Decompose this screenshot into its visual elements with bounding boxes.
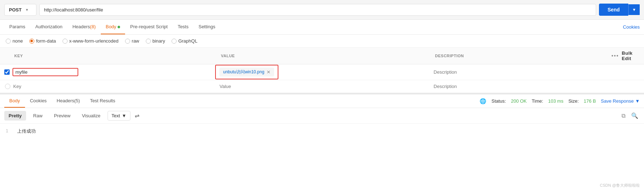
three-dots-icon[interactable]: •••	[611, 53, 619, 59]
time-value: 103 ms	[548, 98, 564, 104]
form-table: KEY VALUE DESCRIPTION ••• Bulk Edit	[0, 48, 644, 93]
search-icon[interactable]: 🔍	[630, 111, 640, 121]
save-response-chevron-icon: ▼	[635, 98, 640, 104]
row-actions	[606, 64, 644, 80]
radio-binary-label: binary	[153, 38, 165, 44]
response-tabs-row: Body Cookies Headers(5) Test Results 🌐 S…	[0, 94, 644, 108]
radio-circle-raw	[125, 39, 130, 44]
file-name-text: unbutu访问win10.png	[223, 69, 264, 75]
format-tab-visualize[interactable]: Visualize	[78, 111, 105, 121]
radio-graphql[interactable]: GraphQL	[172, 38, 197, 44]
send-button[interactable]: Send	[599, 4, 628, 16]
text-format-label: Text	[112, 113, 120, 118]
radio-circle-none	[6, 39, 11, 44]
empty-key-input[interactable]	[13, 84, 211, 89]
empty-row-actions	[606, 80, 644, 93]
line-number-1: 1	[6, 128, 11, 141]
description-input[interactable]	[429, 66, 606, 78]
format-tab-preview[interactable]: Preview	[50, 111, 75, 121]
tab-body[interactable]: Body	[101, 20, 125, 34]
response-tab-test-results[interactable]: Test Results	[85, 94, 120, 108]
radio-circle-urlencoded	[63, 39, 68, 44]
key-cell	[0, 64, 215, 80]
tab-settings[interactable]: Settings	[193, 20, 220, 34]
text-format-dropdown[interactable]: Text ▼	[108, 111, 130, 121]
tab-pre-request[interactable]: Pre-request Script	[125, 20, 173, 34]
empty-description-cell	[429, 80, 606, 93]
status-value: 200 OK	[511, 98, 527, 104]
key-highlighted-box	[13, 68, 78, 76]
text-format-chevron-icon: ▼	[122, 113, 127, 118]
radio-raw[interactable]: raw	[125, 38, 139, 44]
size-value: 176 B	[584, 98, 596, 104]
empty-row-radio	[5, 84, 10, 89]
key-input[interactable]	[15, 69, 75, 75]
save-response-button[interactable]: Save Response ▼	[601, 98, 640, 104]
response-tab-body[interactable]: Body	[4, 94, 25, 108]
tab-headers[interactable]: Headers(8)	[68, 20, 101, 34]
col-header-value: VALUE	[215, 48, 429, 64]
file-value-tag: unbutu访问win10.png ✕	[219, 68, 274, 77]
empty-description-input[interactable]	[429, 80, 606, 93]
value-highlighted-box: unbutu访问win10.png ✕	[215, 65, 278, 79]
method-label: POST	[9, 7, 21, 13]
radio-circle-graphql	[172, 39, 177, 44]
row-checkbox[interactable]	[4, 69, 10, 75]
url-bar: POST ▼ Send ▼	[0, 0, 644, 20]
radio-raw-label: raw	[132, 38, 139, 44]
response-body: 1 上传成功	[0, 124, 644, 145]
status-label: Status:	[491, 98, 506, 104]
radio-circle-form-data	[29, 39, 34, 44]
empty-table-row	[0, 80, 644, 93]
url-input[interactable]	[39, 4, 596, 16]
response-line-1: 上传成功	[17, 128, 36, 141]
format-tab-pretty[interactable]: Pretty	[4, 111, 26, 121]
tab-params[interactable]: Params	[4, 20, 30, 34]
send-button-group: Send ▼	[599, 4, 640, 16]
radio-form-data-label: form-data	[36, 38, 56, 44]
method-select[interactable]: POST ▼	[4, 4, 36, 16]
send-dropdown-button[interactable]: ▼	[628, 4, 640, 15]
radio-form-data[interactable]: form-data	[29, 38, 56, 44]
bulk-edit-button[interactable]: Bulk Edit	[622, 50, 633, 61]
empty-value-cell	[215, 80, 429, 93]
tab-tests[interactable]: Tests	[173, 20, 193, 34]
body-type-row: none form-data x-www-form-urlencoded raw…	[0, 35, 644, 48]
col-header-description: DESCRIPTION	[429, 48, 606, 64]
col-header-key: KEY	[0, 48, 215, 64]
globe-icon: 🌐	[480, 98, 486, 104]
radio-urlencoded[interactable]: x-www-form-urlencoded	[63, 38, 119, 44]
copy-icon[interactable]: ⧉	[620, 111, 627, 121]
time-label: Time:	[532, 98, 543, 104]
empty-key-cell	[0, 80, 215, 93]
response-meta: 🌐 Status: 200 OK Time: 103 ms Size: 176 …	[480, 98, 640, 104]
radio-circle-binary	[146, 39, 151, 44]
cookies-link[interactable]: Cookies	[623, 24, 640, 30]
col-header-actions: ••• Bulk Edit	[606, 48, 644, 64]
wrap-icon[interactable]: ⇌	[135, 112, 139, 119]
description-cell	[429, 64, 606, 80]
radio-graphql-label: GraphQL	[178, 38, 197, 44]
radio-urlencoded-label: x-www-form-urlencoded	[69, 38, 119, 44]
response-tab-cookies[interactable]: Cookies	[25, 94, 52, 108]
radio-none[interactable]: none	[6, 38, 23, 44]
table-row: unbutu访问win10.png ✕	[0, 64, 644, 80]
body-active-dot	[118, 26, 120, 28]
response-tab-headers[interactable]: Headers(5)	[52, 94, 85, 108]
format-row: Pretty Raw Preview Visualize Text ▼ ⇌ ⧉ …	[0, 108, 644, 124]
method-chevron-icon: ▼	[25, 8, 29, 12]
empty-value-input[interactable]	[215, 80, 429, 93]
radio-none-label: none	[13, 38, 23, 44]
radio-binary[interactable]: binary	[146, 38, 165, 44]
format-tab-raw[interactable]: Raw	[29, 111, 47, 121]
size-label: Size:	[568, 98, 579, 104]
bulk-edit-area: ••• Bulk Edit	[611, 50, 638, 61]
value-cell: unbutu访问win10.png ✕	[215, 64, 429, 80]
main-tabs: Params Authorization Headers(8) Body Pre…	[0, 20, 644, 35]
tab-authorization[interactable]: Authorization	[30, 20, 68, 34]
remove-file-icon[interactable]: ✕	[267, 69, 271, 75]
